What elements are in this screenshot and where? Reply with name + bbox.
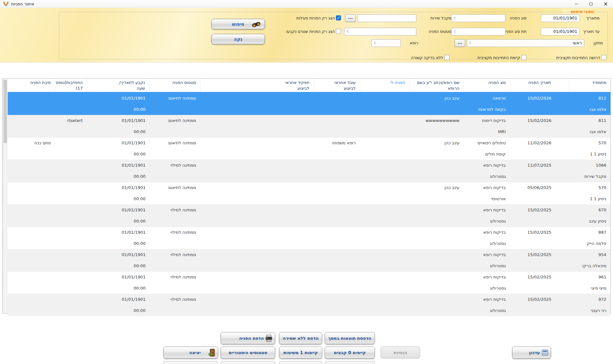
- cell-assigned_role: [200, 138, 314, 149]
- print-results-screen-button[interactable]: הדפסת תוצאות במסך: [325, 332, 375, 344]
- exit-button[interactable]: יציאה: [163, 346, 218, 359]
- column-header-assigned_role[interactable]: תפקיד אחראי לביצוע: [200, 79, 314, 92]
- tasks-count-button[interactable]: קיימות 1 משימות: [279, 346, 322, 359]
- cell-referral_date: [510, 104, 569, 115]
- cell-assigned_worker: רופא משפחה: [314, 138, 360, 149]
- historic-statuses-button[interactable]: סטטוסים היסטוריים: [221, 346, 275, 359]
- clear-button[interactable]: נקה: [211, 34, 265, 44]
- cell-candidate_name: ניסיון 1 1: [569, 193, 610, 205]
- facility-select[interactable]: ראשי: [467, 39, 584, 47]
- no-related-test-checkbox[interactable]: [444, 55, 450, 60]
- cell-assigned_role: [200, 115, 314, 126]
- files-count-button[interactable]: קיימים 0 קבצים: [325, 346, 375, 359]
- column-header-status[interactable]: סטטוס הפניה: [149, 79, 200, 92]
- table-row[interactable]: 67015/02/2025בדיקות רופאממתינה למילוי01/…: [8, 204, 610, 227]
- cell-referral_target: גסטרולוג: [464, 283, 510, 294]
- minimize-icon: [575, 4, 578, 4]
- cell-referral_date: 15/02/2026: [510, 115, 569, 126]
- print-referral-button[interactable]: הדפס הפניה: [221, 332, 275, 344]
- to-date-input[interactable]: 01/01/1901: [541, 28, 580, 35]
- column-header-referral_type[interactable]: סוג הפניה: [464, 79, 510, 92]
- referral-type-select[interactable]: [451, 14, 505, 22]
- search-button[interactable]: חיפוש: [211, 19, 265, 29]
- from-date-input[interactable]: 01/01/1901: [541, 14, 580, 22]
- active-only-checkbox[interactable]: [336, 15, 341, 20]
- referral-status-select[interactable]: [344, 28, 416, 35]
- cell-status: ממתינה למילוי: [149, 272, 200, 283]
- cell-status: ממתינה למילוי: [149, 227, 200, 238]
- cell-status: [149, 193, 200, 205]
- cell-referral_date: 15/02/2025: [510, 227, 569, 238]
- column-header-scheduled[interactable]: נקבע לתאריך/ שעה: [87, 79, 149, 92]
- cell-commitment: [55, 104, 87, 115]
- table-row[interactable]: 97215/02/2025בדיקות רופאממתינה למילוי01/…: [8, 294, 610, 316]
- unscheduled-only-checkbox[interactable]: [336, 29, 341, 34]
- column-header-candidate[interactable]: מתמודד: [569, 79, 610, 92]
- cell-assigned_worker: [314, 104, 360, 115]
- cell-assigned_worker: [314, 205, 360, 216]
- cell-doctor_name: [409, 193, 464, 205]
- close-button[interactable]: ×: [598, 0, 613, 8]
- service-recipient-browse-button[interactable]: ...: [345, 14, 356, 22]
- column-header-referral_date[interactable]: תאריך הפניה: [510, 79, 569, 92]
- facility-browse-button[interactable]: ...: [455, 39, 465, 47]
- cell-scheduled_time: 00:00: [87, 149, 149, 160]
- cell-referral_date: 15/02/2025: [510, 272, 569, 283]
- service-recipient-input[interactable]: [357, 14, 416, 22]
- cell-candidate_id: 954: [569, 249, 610, 261]
- update-button[interactable]: עדכון: [512, 346, 551, 359]
- cell-referral_date: 11/07/2025: [510, 160, 569, 171]
- column-header-referral_to[interactable]: הפניה ל-: [360, 79, 409, 92]
- cell-referral_date: [510, 283, 569, 294]
- cell-assigned_role: [200, 238, 314, 249]
- cell-commitment: [55, 294, 87, 305]
- cell-referral_type: בדיקות רופא: [464, 160, 510, 171]
- doctor-select[interactable]: [371, 39, 401, 47]
- minimize-button[interactable]: [569, 0, 584, 8]
- table-row[interactable]: 96115/02/2025בדיקות רופאממתינה למילוי01/…: [8, 271, 610, 294]
- column-header-doctor_name[interactable]: שם רופא/נכתב י"ע בשם הרופא: [409, 79, 464, 92]
- cell-referral_date: [510, 193, 569, 205]
- cell-referral_target: גסטרולוג: [464, 261, 510, 272]
- table-row[interactable]: 81115/02/2026בדיקות דימותwwwwwwwwwwממתינ…: [8, 115, 610, 137]
- budget-exists-checkbox[interactable]: [521, 55, 526, 60]
- cell-referral_target: גסטרולוג: [464, 305, 510, 316]
- cell-commitment: [55, 249, 87, 261]
- column-header-commitment[interactable]: התחייבות(טופס 17): [55, 79, 87, 92]
- cell-referral_to: [360, 238, 409, 249]
- column-header-assigned_worker[interactable]: עובד אחראי לביצוע: [314, 79, 360, 92]
- cell-referral_date: [510, 149, 569, 160]
- cell-referral_date: 15/02/2025: [510, 249, 569, 261]
- table-row[interactable]: 57005/06/2025בדיקות רופאעינב כהןממתינה ל…: [8, 182, 610, 204]
- chevron-down-icon: [454, 17, 457, 20]
- cell-referral_date: [510, 238, 569, 249]
- cell-assigned_worker: [314, 115, 360, 126]
- referral-status-label: סטטוס הפניה: [428, 28, 451, 35]
- table-row[interactable]: 106611/07/2025בדיקות רופאממתינה למילוי01…: [8, 160, 610, 182]
- maximize-icon: [589, 3, 593, 5]
- print-no-save-button[interactable]: הדפס ללא שמירה: [279, 332, 322, 344]
- cell-candidate_id: 670: [569, 205, 610, 216]
- cell-doctor_name: עינב כהן: [409, 182, 464, 193]
- column-header-reason[interactable]: סיבת הפניה: [8, 79, 55, 92]
- table-row[interactable]: 57011/02/2026טיפולים רפואייםעינב כהןרופא…: [8, 137, 610, 160]
- cell-status: ממתינה למילוי: [149, 160, 200, 171]
- referral-subtype-select[interactable]: [451, 28, 505, 35]
- cell-reason: [8, 227, 55, 238]
- table-row[interactable]: 95415/02/2025בדיקות רופאממתינה למילוי01/…: [8, 249, 610, 271]
- cell-reason: [8, 294, 55, 305]
- cell-referral_date: [510, 305, 569, 316]
- table-row[interactable]: 88715/02/2025בדיקות רופאממתינה למילוי01/…: [8, 227, 610, 249]
- cell-reason: [8, 149, 55, 160]
- app-logo-icon: [3, 1, 9, 7]
- scrollbar-thumb[interactable]: [4, 80, 7, 143]
- cell-referral_date: 05/06/2025: [510, 182, 569, 193]
- cell-referral_date: [510, 126, 569, 138]
- table-scrollbar[interactable]: [3, 79, 8, 313]
- cell-reason: [8, 249, 55, 261]
- cell-reason: [8, 93, 55, 104]
- cell-referral_to: [360, 138, 409, 149]
- table-row[interactable]: 81115/02/2026מרפאהעינב כהןממתינה לתיאום0…: [8, 93, 610, 115]
- maximize-button[interactable]: [584, 0, 598, 8]
- budget-required-checkbox[interactable]: [601, 55, 606, 60]
